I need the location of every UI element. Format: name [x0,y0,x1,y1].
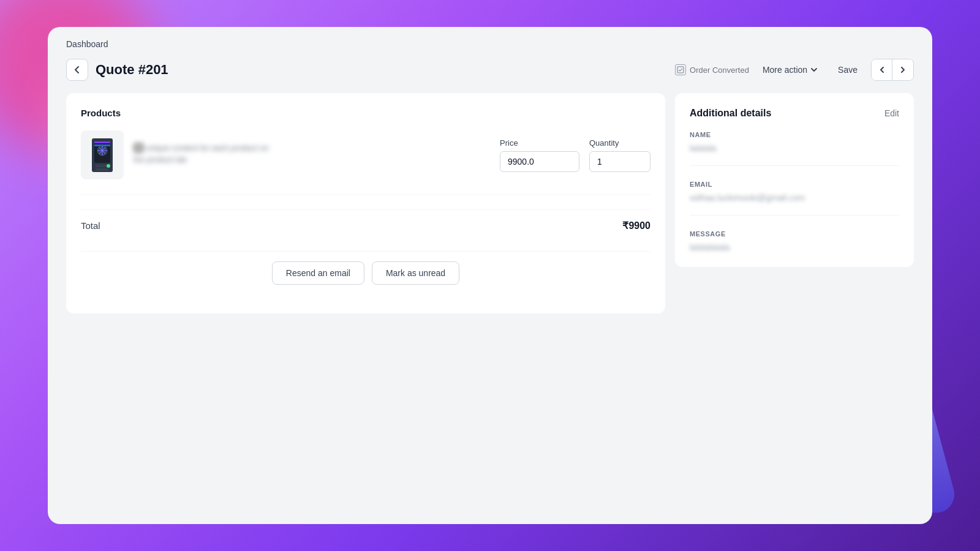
mark-unread-button[interactable]: Mark as unread [372,261,459,285]
navigation-buttons [871,59,914,81]
svg-rect-3 [94,141,110,143]
save-button[interactable]: Save [832,61,864,78]
product-description-2: the product tab [134,155,490,164]
quantity-field-group: Quantity [589,138,650,172]
email-field: EMAIL vidhaa.luckimooki@gmail.com [690,181,899,216]
dashboard-title: Dashboard [66,39,914,49]
email-field-label: EMAIL [690,181,899,188]
content-area: Products [66,93,914,313]
more-action-button[interactable]: More action [756,61,824,78]
header-row: Quote #201 Order Converted More action S… [66,59,914,81]
order-converted-label: Order Converted [690,66,749,75]
price-quantity-group: Price Quantity [500,138,650,172]
name-field-value: lalalala [690,143,899,153]
chevron-left-icon [878,66,886,74]
chevron-down-icon [810,66,818,74]
total-label: Total [81,220,100,231]
main-card: Dashboard Quote #201 Order Converted Mor… [48,27,932,524]
products-section-title: Products [81,108,650,118]
details-header: Additional details Edit [690,108,899,119]
product-row: 🔲 unique content for each product on the… [81,130,650,195]
details-section-title: Additional details [690,108,771,119]
email-field-value: vidhaa.luckimooki@gmail.com [690,193,899,203]
price-input[interactable] [500,151,579,172]
svg-rect-6 [96,168,109,171]
message-field-value: lalalalalala [690,242,899,252]
quote-title: Quote #201 [96,62,675,78]
resend-email-button[interactable]: Resend an email [272,261,364,285]
header-actions: Order Converted More action Save [675,59,914,81]
back-button[interactable] [66,59,88,81]
name-field-label: NAME [690,131,899,138]
next-button[interactable] [892,59,913,80]
total-value: ₹9900 [622,220,650,231]
order-converted-status: Order Converted [675,64,749,75]
message-field-label: MESSAGE [690,230,899,238]
more-action-label: More action [763,65,807,75]
product-description-1: 🔲 unique content for each product on [134,143,490,152]
actions-row: Resend an email Mark as unread [81,251,650,290]
products-panel: Products [66,93,665,313]
additional-details-panel: Additional details Edit NAME lalalala EM… [675,93,914,267]
chevron-right-icon [899,66,907,74]
price-field-group: Price [500,138,579,172]
message-field: MESSAGE lalalalalala [690,230,899,252]
prev-button[interactable] [872,59,892,80]
product-image [81,130,124,179]
product-info: 🔲 unique content for each product on the… [134,143,490,167]
svg-point-7 [107,164,110,168]
quantity-input[interactable] [589,151,650,172]
name-field: NAME lalalala [690,131,899,166]
quantity-label: Quantity [589,138,650,148]
edit-button[interactable]: Edit [884,108,899,118]
price-label: Price [500,138,579,148]
total-row: Total ₹9900 [81,209,650,241]
order-converted-icon [675,64,686,75]
